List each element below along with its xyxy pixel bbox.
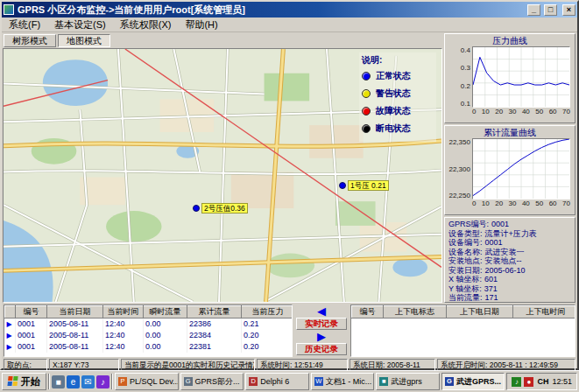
pressure-chart-panel: 压力曲线 0.40.30.20.1 010203040506070	[444, 33, 575, 123]
column-header: 瞬时流量	[144, 306, 187, 318]
x-tick-label: 10	[482, 108, 490, 116]
realtime-table: 编号当前日期当前时间瞬时流量累计流量当前压力 ▶00012005-08-1112…	[4, 304, 293, 357]
column-header: 当前日期	[47, 306, 103, 318]
tray-icon[interactable]: ●	[524, 377, 533, 387]
flow-chart-panel: 累计流量曲线 22,35022,30022,250 01020304050607…	[444, 125, 575, 215]
pressure-plot	[472, 46, 570, 108]
close-button[interactable]: ×	[562, 4, 575, 16]
info-label: 设备编号:	[448, 238, 483, 247]
power-table-header: 编号上下电标志上下电日期上下电时间	[352, 306, 576, 318]
task-app-icon: W	[314, 377, 323, 386]
info-value: 2005-06-10	[484, 266, 525, 275]
x-axis-ticks: 010203040506070	[472, 200, 570, 208]
x-tick-label: 20	[495, 200, 503, 208]
info-label: GPRS编号:	[448, 220, 489, 228]
app-window: GPRS 小区分布监控->当前使用用户root[系统管理员] _ □ × 系统(…	[0, 0, 579, 370]
column-header: 当前时间	[103, 306, 144, 318]
column-header: 编号	[352, 306, 384, 318]
minimize-button[interactable]: _	[527, 4, 540, 16]
device-info-line: 安装地点:安装地点--	[448, 256, 571, 266]
task-label: GPRS部分...	[195, 376, 240, 388]
status-segment: 取的点:	[4, 359, 47, 371]
maximize-button[interactable]: □	[544, 4, 557, 16]
device-info-line: 设备编号:0001	[448, 238, 571, 248]
device-marker[interactable]: 2号压值0.36	[193, 203, 248, 214]
quick-launch-icon[interactable]: ♪	[96, 375, 109, 388]
device-marker-label: 2号压值0.36	[201, 203, 248, 214]
start-button[interactable]: 开始	[2, 373, 46, 390]
language-indicator[interactable]: CH	[537, 377, 548, 386]
info-value: 武进安装一	[484, 248, 524, 256]
status-dot-icon	[362, 107, 371, 116]
legend-item-label: 断电状态	[376, 122, 411, 135]
legend-item-label: 正常状态	[376, 70, 411, 82]
device-info-line: X 轴坐标:601	[448, 275, 571, 284]
view-mode-tab[interactable]: 树形模式	[4, 34, 56, 47]
info-value: 371	[484, 284, 498, 293]
status-segment: X:187 Y:73	[49, 359, 119, 371]
status-dot-icon	[362, 124, 371, 133]
info-value: 0001	[491, 220, 509, 228]
task-app-icon: G	[445, 377, 454, 386]
task-button[interactable]: G 武进GPRS...	[441, 373, 505, 390]
x-tick-label: 0	[472, 200, 476, 208]
title-bar: GPRS 小区分布监控->当前使用用户root[系统管理员] _ □ ×	[2, 2, 577, 18]
realtime-record-button[interactable]: 实时记录	[296, 318, 347, 330]
task-label: 文档1 - Mic...	[326, 376, 372, 388]
task-button[interactable]: ■ 武进gprs	[376, 373, 440, 390]
flow-plot	[472, 138, 570, 200]
quick-launch-icon[interactable]: ■	[52, 375, 65, 388]
task-button[interactable]: P PL/SQL Dev...	[115, 373, 179, 390]
device-info-line: 设备类型:流量计+压力表	[448, 229, 571, 239]
x-tick-label: 70	[562, 200, 570, 208]
table-row[interactable]: ▶00012005-08-1112:400.00223810.20	[5, 341, 293, 353]
quick-launch-icon[interactable]: ✉	[81, 375, 95, 388]
tray-icon[interactable]: ♪	[512, 377, 521, 387]
y-tick-label: 0.1	[461, 100, 470, 108]
task-label: Delphi 6	[260, 377, 289, 386]
table-row[interactable]: ▶00012005-08-1112:400.00223840.20	[5, 330, 293, 341]
info-label: 安装日期:	[448, 266, 483, 275]
chart-title: 压力曲线	[448, 35, 572, 46]
info-label: 当前流量:	[448, 293, 483, 302]
legend-item-label: 故障状态	[376, 105, 411, 117]
legend-item: 断电状态	[362, 122, 434, 135]
task-label: PL/SQL Dev...	[130, 377, 179, 386]
x-tick-label: 50	[535, 200, 543, 208]
clock[interactable]: 12:51	[552, 377, 572, 386]
app-icon[interactable]	[4, 4, 14, 15]
column-header: 上下电时间	[513, 306, 576, 318]
chart-title: 累计流量曲线	[448, 127, 572, 138]
x-tick-label: 40	[522, 200, 530, 208]
record-controls: ◀ 实时记录 ▶ 历史记录	[294, 304, 349, 357]
device-marker[interactable]: 1号压 0.21	[339, 180, 389, 191]
view-mode-tab[interactable]: 地图模式	[58, 34, 110, 47]
column-header: 编号	[16, 306, 47, 318]
info-value: 0001	[484, 238, 502, 247]
quick-launch-icon[interactable]: e	[67, 375, 80, 388]
system-tray: ♪● CH 12:51	[506, 373, 577, 390]
history-record-button[interactable]: 历史记录	[296, 343, 347, 355]
task-button[interactable]: G GPRS部分...	[180, 373, 244, 390]
y-tick-label: 22,250	[448, 192, 470, 200]
device-dot-icon	[339, 182, 346, 189]
x-tick-label: 10	[482, 200, 490, 208]
menu-item[interactable]: 系统(F)	[2, 18, 47, 32]
x-tick-label: 60	[549, 200, 557, 208]
legend-item-label: 警告状态	[376, 88, 411, 100]
main-area: 树形模式地图模式	[2, 32, 577, 304]
menu-item[interactable]: 帮助(H)	[178, 18, 224, 32]
menu-item[interactable]: 系统权限(X)	[113, 18, 179, 32]
y-tick-label: 22,350	[448, 138, 470, 146]
task-label: 武进gprs	[391, 376, 422, 388]
map-panel[interactable]: 说明: 正常状态 警告状态	[3, 48, 442, 303]
status-segment: 系统日期: 2005-8-11	[350, 359, 435, 371]
table-row[interactable]: ▶00012005-08-1112:400.00223860.21	[5, 318, 293, 330]
task-button[interactable]: W 文档1 - Mic...	[311, 373, 375, 390]
task-button[interactable]: D Delphi 6	[245, 373, 309, 390]
start-label: 开始	[21, 375, 40, 388]
column-header: 上下电标志	[384, 306, 447, 318]
right-pane: 压力曲线 0.40.30.20.1 010203040506070 累计流量曲线…	[443, 32, 577, 304]
menu-item[interactable]: 基本设定(S)	[47, 18, 113, 32]
realtime-table-header: 编号当前日期当前时间瞬时流量累计流量当前压力	[5, 306, 293, 318]
